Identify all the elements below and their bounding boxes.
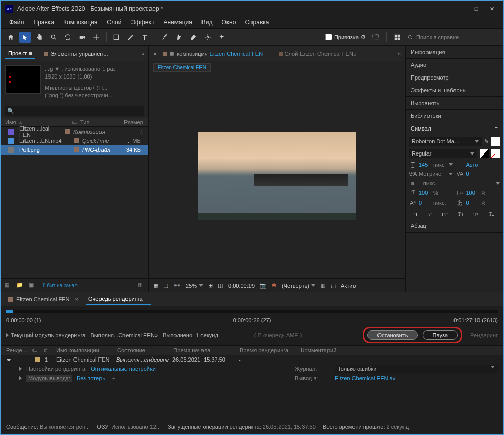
hscale[interactable]: 100 [466,190,478,196]
tsume[interactable]: 0 [466,200,478,206]
output-file-link[interactable]: Eitzen Chemical FEN.avi [335,375,498,381]
zoom-level[interactable]: 25% [186,283,203,289]
leading[interactable]: Авто [466,162,478,168]
subscript-button[interactable]: T₁ [489,211,494,217]
kerning[interactable]: Метриче [419,171,447,177]
fill-color[interactable] [491,137,500,146]
pan-behind-tool[interactable] [91,32,102,43]
panel-libraries[interactable]: Библиотеки [406,110,503,122]
color-mgmt-icon[interactable]: ❀ [272,282,276,289]
project-row[interactable]: Eitzen ...EN.mp4 QuickTime ... МБ [1,136,148,145]
panel-paragraph[interactable]: Абзац [406,220,503,233]
menu-view[interactable]: Вид [197,17,217,28]
puppet-tool[interactable] [216,32,228,43]
vscale[interactable]: 100 [419,190,431,196]
output-module-link[interactable]: Без потерь [77,375,105,381]
flowchart-icon[interactable]: ⛬ [139,129,144,135]
hand-tool[interactable] [34,32,45,43]
project-row[interactable]: Eitzen ...ical FEN Композиция ⛬ [1,127,148,136]
baseline[interactable]: 0 [419,200,431,206]
brush-tool[interactable] [159,32,170,43]
bold-button[interactable]: T [415,211,418,217]
panel-info[interactable]: Информация [406,46,503,59]
resolution-icon[interactable]: ⊞ [208,282,213,289]
snap-checkbox[interactable] [325,34,332,40]
orbit-tool[interactable] [62,32,73,43]
snap-options-icon[interactable]: ⚙ [361,34,366,40]
current-time[interactable]: 0:00:00:19 [228,283,255,289]
zoom-tool[interactable] [48,32,59,43]
font-size[interactable]: 145 [419,162,431,168]
panel-audio[interactable]: Аудио [406,59,503,71]
panel-overflow-icon[interactable]: » [398,50,401,57]
composition-viewer[interactable] [149,73,405,278]
queue-row[interactable]: 1 Eitzen Chemical FEN Выполня...ендеринг… [1,355,503,364]
tab-timeline-comp[interactable]: Eitzen Chemical FEN× [6,294,80,304]
mask-icon[interactable]: 👓 [173,282,181,289]
panel-lock-icon[interactable]: × [153,50,156,57]
journal-dropdown[interactable]: Только ошибки [335,365,498,373]
channel-icon[interactable]: ▢ [163,282,168,289]
project-search[interactable]: 🔍 [5,106,144,116]
quality-dropdown[interactable]: (Четверть) [282,283,315,289]
menu-help[interactable]: Справка [241,17,273,28]
minimize-button[interactable]: ─ [458,6,464,12]
snapshot-icon[interactable]: 📷 [260,282,267,289]
add-output-icon[interactable]: + - [112,375,119,381]
snap-toggle[interactable]: Привязка ⚙ [325,34,366,40]
panel-preview[interactable]: Предпросмотр [406,71,503,84]
stop-button[interactable]: Остановить [367,330,417,340]
close-button[interactable]: ✕ [489,6,495,12]
tracking[interactable]: 0 [466,171,478,177]
stroke-width[interactable]: - пикс. [420,180,493,186]
type-tool[interactable]: T [139,32,150,43]
menu-file[interactable]: Файл [5,17,29,28]
font-family[interactable]: Robotron Dot Ma... [409,137,482,146]
help-search[interactable]: Поиск в справке [407,34,499,40]
interpret-icon[interactable]: ▦ [4,282,12,290]
home-tool[interactable] [5,32,16,43]
tab-composition[interactable]: композиция Eitzen Chemical FEN ≡ [160,48,271,59]
menu-effect[interactable]: Эффект [127,17,158,28]
panel-character[interactable]: Символ≡ [406,122,503,135]
camera-tool[interactable] [77,32,88,43]
allcaps-button[interactable]: TT [441,211,447,217]
panel-effects[interactable]: Эффекты и шаблоны [406,84,503,97]
trash-icon[interactable]: 🗑 [137,282,145,290]
menu-animation[interactable]: Анимация [159,17,196,28]
project-row[interactable]: Poll.png PNG-файл 34 КБ [1,145,148,155]
menu-composition[interactable]: Композиция [59,17,102,28]
stroke-color[interactable] [491,149,500,158]
view-icon[interactable]: ▥ [320,282,325,289]
tab-project[interactable]: Проект ≡ [5,48,35,59]
new-comp-icon[interactable]: ▣ [29,282,37,290]
font-style[interactable]: Regular [409,149,477,158]
render-settings-link[interactable]: Оптимальные настройки [91,366,156,372]
smallcaps-button[interactable]: Tᴛ [458,211,464,217]
clone-tool[interactable] [173,32,185,43]
grid-icon[interactable]: ▦ [153,282,158,289]
menu-layer[interactable]: Слой [103,17,125,28]
active-camera[interactable]: Актив [341,283,356,289]
panel-align[interactable]: Выровнять [406,97,503,110]
tab-layer[interactable]: Слой Eitzen Chemical FEN.i [275,48,360,59]
eraser-tool[interactable] [188,32,199,43]
rectangle-tool[interactable] [111,32,122,43]
pause-button[interactable]: Пауза [423,330,458,340]
stroke-swap[interactable] [480,149,489,158]
maximize-button[interactable]: □ [473,6,480,12]
snap-options[interactable] [370,32,381,43]
menu-edit[interactable]: Правка [30,17,59,28]
workspace-icon[interactable] [392,32,403,43]
layer-chip[interactable]: Eitzen Chemical FEN [153,63,211,72]
label-icon[interactable]: 🏷 [71,119,77,125]
pen-tool[interactable] [125,32,136,43]
roto-tool[interactable] [202,32,213,43]
superscript-button[interactable]: T¹ [474,211,479,217]
bit-depth[interactable]: 8 бит на канал [43,283,78,288]
tab-render-queue[interactable]: Очередь рендеринга ≡ [86,294,151,305]
panel-overflow-icon[interactable]: » [141,50,144,57]
eyedropper-icon[interactable]: ✎ [484,138,489,145]
3d-icon[interactable]: ⬚ [331,282,336,289]
roi-icon[interactable]: ◫ [218,282,223,289]
